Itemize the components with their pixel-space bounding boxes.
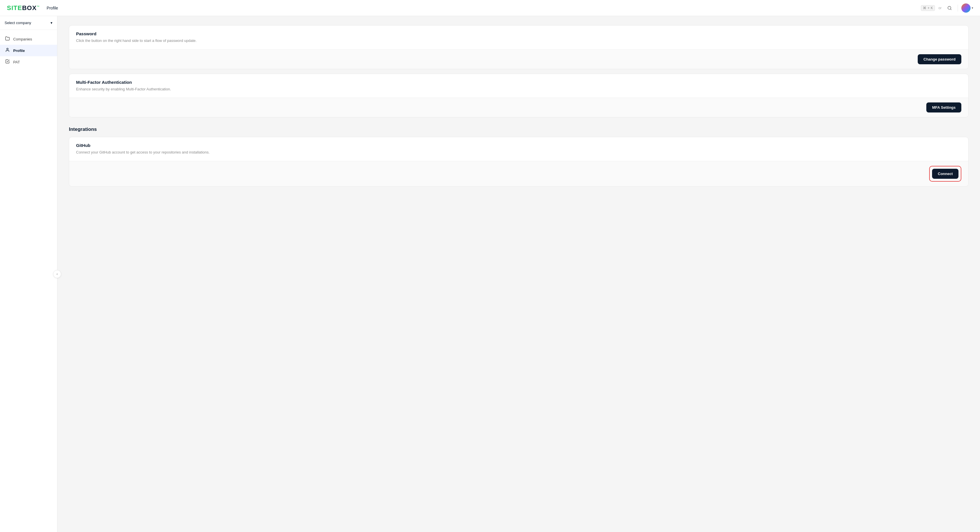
header-nav-label: Profile bbox=[47, 6, 58, 10]
shortcut-or: or bbox=[939, 6, 942, 10]
password-card-top: Password Click the button on the right h… bbox=[69, 25, 968, 49]
sidebar-item-pat-label: PAT bbox=[13, 60, 20, 64]
logo: SITEBOX™ bbox=[7, 4, 40, 12]
mfa-card-bottom: MFA Settings bbox=[69, 98, 968, 117]
github-card-bottom: Connect bbox=[69, 161, 968, 186]
sidebar-item-companies[interactable]: Companies bbox=[0, 33, 57, 45]
mfa-card: Multi-Factor Authentication Enhance secu… bbox=[69, 74, 969, 118]
chevron-down-icon: ▾ bbox=[972, 6, 973, 10]
logo-site: SITE bbox=[7, 4, 22, 11]
integrations-title: Integrations bbox=[69, 127, 969, 132]
header-divider bbox=[958, 5, 958, 11]
connect-button[interactable]: Connect bbox=[932, 169, 958, 179]
connect-button-wrapper: Connect bbox=[929, 166, 961, 182]
sidebar-item-profile-label: Profile bbox=[13, 49, 25, 53]
folder-icon bbox=[5, 36, 10, 42]
mfa-card-top: Multi-Factor Authentication Enhance secu… bbox=[69, 74, 968, 98]
search-icon bbox=[947, 6, 952, 10]
change-password-button[interactable]: Change password bbox=[918, 54, 961, 64]
pat-icon bbox=[5, 59, 10, 65]
keyboard-shortcut: ⌘ + K bbox=[921, 5, 935, 11]
kbd-cmd: ⌘ bbox=[923, 6, 926, 10]
select-company-button[interactable]: Select company ▾ bbox=[0, 16, 57, 30]
logo-box: BOX bbox=[22, 4, 37, 11]
password-card-bottom: Change password bbox=[69, 49, 968, 69]
avatar bbox=[961, 3, 970, 13]
kbd-plus: + bbox=[928, 6, 929, 10]
header-left: SITEBOX™ Profile bbox=[7, 4, 58, 12]
sidebar-item-pat[interactable]: PAT bbox=[0, 56, 57, 68]
sidebar-item-companies-label: Companies bbox=[13, 37, 32, 41]
mfa-description: Enhance security by enabling Multi-Facto… bbox=[76, 86, 961, 92]
sidebar: Select company ▾ Companies Profile PAT bbox=[0, 16, 57, 532]
svg-line-1 bbox=[950, 9, 951, 10]
user-avatar-button[interactable]: ▾ bbox=[961, 3, 973, 13]
collapse-icon: ‹ bbox=[57, 272, 58, 276]
header-right: ⌘ + K or ▾ bbox=[921, 3, 973, 13]
app-header: SITEBOX™ Profile ⌘ + K or ▾ bbox=[0, 0, 980, 16]
main-content: Password Click the button on the right h… bbox=[57, 16, 980, 532]
github-description: Connect your GitHub account to get acces… bbox=[76, 149, 961, 155]
github-card-top: GitHub Connect your GitHub account to ge… bbox=[69, 137, 968, 161]
logo-trademark: ™ bbox=[37, 5, 40, 8]
password-title: Password bbox=[76, 31, 961, 36]
sidebar-collapse-button[interactable]: ‹ bbox=[53, 270, 61, 278]
select-company-chevron-icon: ▾ bbox=[51, 21, 52, 25]
github-card: GitHub Connect your GitHub account to ge… bbox=[69, 137, 969, 186]
profile-icon bbox=[5, 48, 10, 53]
kbd-k: K bbox=[931, 6, 933, 10]
password-card: Password Click the button on the right h… bbox=[69, 25, 969, 69]
svg-point-2 bbox=[6, 48, 8, 50]
mfa-settings-button[interactable]: MFA Settings bbox=[926, 102, 961, 113]
app-body: Select company ▾ Companies Profile PAT bbox=[0, 16, 980, 532]
sidebar-nav: Companies Profile PAT bbox=[0, 30, 57, 532]
select-company-label: Select company bbox=[5, 21, 31, 25]
password-description: Click the button on the right hand side … bbox=[76, 38, 961, 44]
mfa-title: Multi-Factor Authentication bbox=[76, 80, 961, 85]
search-button[interactable] bbox=[945, 3, 954, 13]
github-title: GitHub bbox=[76, 143, 961, 148]
sidebar-item-profile[interactable]: Profile bbox=[0, 45, 57, 56]
